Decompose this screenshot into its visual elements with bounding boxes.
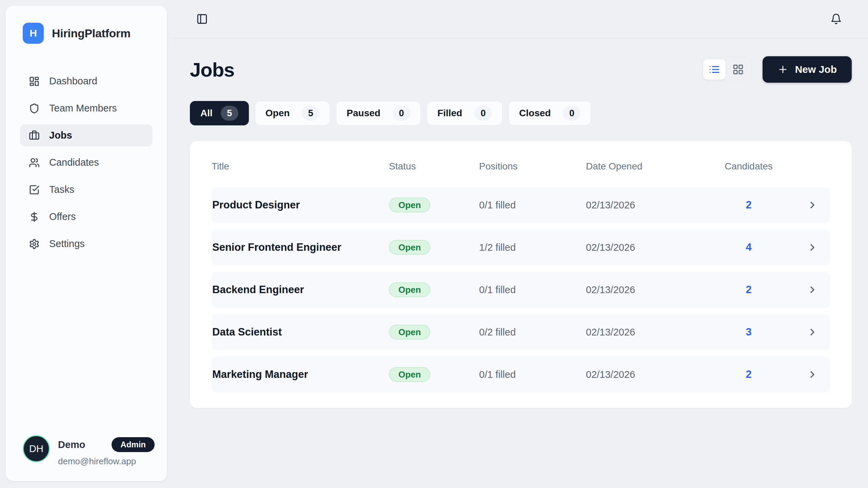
shield-icon [29, 103, 40, 114]
sidebar: H HiringPlatform Dashboard Team Members … [5, 5, 167, 481]
dashboard-icon [29, 76, 40, 87]
user-email: demo@hireflow.app [58, 456, 155, 467]
filter-count-badge: 0 [393, 106, 410, 121]
job-positions: 0/1 filled [479, 284, 586, 296]
sidebar-item-candidates[interactable]: Candidates [20, 151, 153, 174]
job-title: Senior Frontend Engineer [212, 241, 389, 253]
job-positions: 0/1 filled [479, 369, 586, 380]
column-header-positions: Positions [479, 161, 586, 172]
column-header-date-opened: Date Opened [586, 161, 715, 172]
grid-icon [732, 64, 744, 75]
filter-count-badge: 0 [474, 106, 492, 121]
chevron-right-icon[interactable] [783, 284, 830, 295]
sidebar-item-team-members[interactable]: Team Members [20, 97, 153, 119]
sidebar-item-label: Team Members [49, 103, 117, 114]
title-row: Jobs New Job [190, 56, 852, 83]
job-date-opened: 02/13/2026 [586, 200, 715, 211]
chevron-right-icon[interactable] [783, 200, 830, 210]
job-title: Product Designer [212, 199, 389, 211]
job-positions: 1/2 filled [479, 242, 586, 253]
new-job-button[interactable]: New Job [763, 56, 852, 83]
filter-tab-paused[interactable]: Paused 0 [336, 101, 421, 125]
role-badge: Admin [112, 437, 155, 452]
job-candidates-count[interactable]: 4 [715, 241, 783, 253]
filter-label: Paused [347, 108, 380, 119]
filter-tabs: All 5 Open 5 Paused 0 Filled 0 Closed 0 [190, 101, 852, 125]
avatar-initials: DH [29, 443, 43, 454]
list-view-button[interactable] [703, 59, 726, 80]
job-candidates-count[interactable]: 2 [715, 368, 783, 381]
plus-icon [777, 64, 788, 75]
table-row[interactable]: Marketing Manager Open 0/1 filled 02/13/… [212, 357, 830, 392]
grid-view-button[interactable] [727, 59, 749, 80]
status-badge: Open [389, 325, 430, 340]
sidebar-item-label: Settings [49, 238, 85, 249]
job-date-opened: 02/13/2026 [586, 369, 715, 380]
filter-tab-closed[interactable]: Closed 0 [509, 101, 591, 125]
job-date-opened: 02/13/2026 [586, 242, 715, 253]
user-section[interactable]: DH Demo Admin demo@hireflow.app [6, 435, 167, 481]
page-title: Jobs [190, 58, 234, 81]
job-candidates-count[interactable]: 2 [715, 284, 783, 296]
table-header-row: Title Status Positions Date Opened Candi… [212, 155, 830, 178]
filter-label: Closed [519, 108, 551, 119]
panel-left-icon [196, 13, 208, 25]
sidebar-item-label: Tasks [49, 184, 74, 195]
job-candidates-count[interactable]: 3 [715, 326, 783, 338]
table-row[interactable]: Senior Frontend Engineer Open 1/2 filled… [212, 229, 830, 265]
status-badge: Open [389, 198, 430, 212]
app-logo-header: H HiringPlatform [6, 6, 167, 44]
sidebar-nav: Dashboard Team Members Jobs Candidates T… [6, 70, 167, 255]
filter-count-badge: 5 [221, 106, 238, 121]
main-content: Jobs New Job All 5 Open 5 [173, 39, 868, 488]
column-header-candidates: Candidates [715, 161, 783, 172]
table-row[interactable]: Product Designer Open 0/1 filled 02/13/2… [212, 187, 830, 223]
table-row[interactable]: Backend Engineer Open 0/1 filled 02/13/2… [212, 272, 830, 308]
user-name: Demo [58, 439, 85, 450]
sidebar-item-tasks[interactable]: Tasks [20, 179, 153, 201]
sidebar-item-dashboard[interactable]: Dashboard [20, 70, 153, 92]
sidebar-item-label: Offers [49, 211, 76, 222]
column-header-title: Title [212, 161, 389, 172]
status-badge: Open [389, 282, 430, 297]
jobs-table-card: Title Status Positions Date Opened Candi… [190, 141, 852, 408]
job-title: Data Scientist [212, 326, 389, 338]
list-icon [709, 64, 720, 75]
user-info: Demo Admin demo@hireflow.app [58, 435, 155, 467]
status-badge: Open [389, 240, 430, 255]
notifications-button[interactable] [829, 12, 843, 26]
sidebar-toggle-button[interactable] [195, 12, 209, 26]
chevron-right-icon[interactable] [783, 242, 830, 253]
view-toggle [701, 57, 752, 82]
sidebar-item-label: Jobs [49, 130, 72, 141]
job-date-opened: 02/13/2026 [586, 284, 715, 296]
sidebar-item-offers[interactable]: Offers [20, 206, 153, 228]
filter-label: Filled [437, 108, 462, 119]
app-logo: H [23, 23, 44, 44]
app-name: HiringPlatform [52, 27, 131, 40]
job-title: Marketing Manager [212, 368, 389, 381]
users-icon [29, 157, 40, 168]
gear-icon [29, 239, 40, 249]
filter-count-badge: 0 [563, 106, 580, 121]
chevron-right-icon[interactable] [783, 369, 830, 380]
topbar [173, 0, 868, 39]
bell-icon [830, 13, 842, 25]
filter-label: Open [265, 108, 290, 119]
sidebar-item-label: Candidates [49, 157, 99, 168]
filter-label: All [200, 108, 213, 119]
table-row[interactable]: Data Scientist Open 0/2 filled 02/13/202… [212, 314, 830, 350]
filter-tab-open[interactable]: Open 5 [255, 101, 330, 125]
filter-tab-filled[interactable]: Filled 0 [427, 101, 502, 125]
filter-tab-all[interactable]: All 5 [190, 101, 249, 125]
avatar: DH [23, 435, 50, 462]
status-badge: Open [389, 367, 430, 382]
app-logo-letter: H [29, 27, 37, 39]
chevron-right-icon[interactable] [783, 327, 830, 338]
job-date-opened: 02/13/2026 [586, 327, 715, 338]
sidebar-item-settings[interactable]: Settings [20, 233, 153, 255]
sidebar-item-label: Dashboard [49, 76, 97, 87]
job-positions: 0/2 filled [479, 327, 586, 338]
job-candidates-count[interactable]: 2 [715, 199, 783, 211]
sidebar-item-jobs[interactable]: Jobs [20, 124, 153, 146]
